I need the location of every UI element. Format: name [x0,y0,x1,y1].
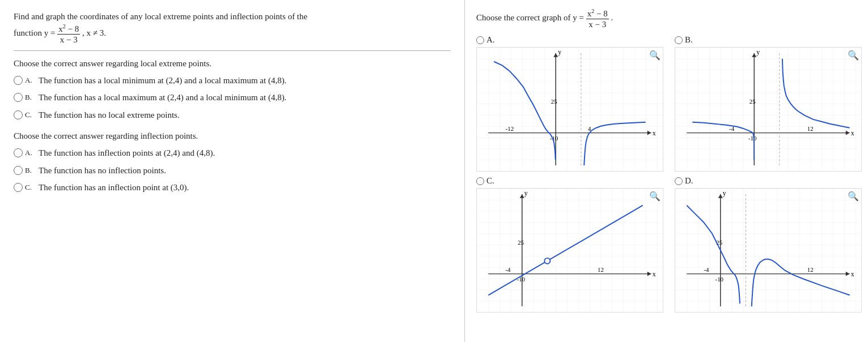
inflection-option-A[interactable]: A. The function has inflection points at… [14,147,451,160]
graph-container-D: x y 12 -4 -10 25 🔍 [675,188,862,313]
y-25-A: 25 [551,98,557,105]
extreme-text-A: The function has a local minimum at (2,4… [39,74,451,87]
problem-statement: Find and graph the coordinates of any lo… [14,10,451,45]
zoom-icon-C[interactable]: 🔍 [649,191,660,202]
inflection-label-B: B. [25,165,35,176]
right-title-prefix: Choose the correct graph of y = [476,13,586,22]
fraction-denominator: x − 3 [59,35,79,45]
zoom-icon-A[interactable]: 🔍 [649,50,660,61]
x-neg4-D: -4 [704,266,709,273]
x-neg4-C: -4 [505,266,511,273]
y-25-C: 25 [518,239,524,246]
x-num-12-B: 12 [807,125,814,132]
hole-C [544,258,550,264]
graph-container-A: x y 4 -12 -10 25 [476,47,663,172]
extreme-option-C[interactable]: C. The function has no local extreme poi… [14,109,451,122]
inflection-label-C: C. [25,182,35,193]
extreme-radio-C[interactable] [14,110,23,119]
inflection-radio-B[interactable] [14,166,23,175]
graph-radio-A[interactable] [476,36,484,44]
extreme-radio-A[interactable] [14,76,23,85]
graph-container-B: x y 12 -4 -10 25 🔍 [675,47,862,172]
graph-option-C: C. x y 12 -4 [476,176,663,313]
function-label: function y = [14,28,55,37]
graph-letter-B: B. [685,35,693,45]
graph-svg-C: x y 12 -4 -10 25 [477,189,663,312]
extreme-option-A[interactable]: A. The function has a local minimum at (… [14,74,451,87]
graph-option-B: B. x y 12 -4 [675,35,862,172]
grid-D [676,189,861,312]
inflection-radio-C[interactable] [14,183,23,192]
zoom-icon-B[interactable]: 🔍 [848,50,859,61]
graph-radio-D[interactable] [675,177,683,185]
y-label-D: y [723,189,726,197]
extreme-section-title: Choose the correct answer regarding loca… [14,59,451,69]
x-label-B: x [851,129,854,137]
right-title-period: . [611,13,613,22]
graph-option-D: D. x y 12 -4 [675,176,862,313]
graph-label-C[interactable]: C. [476,176,663,186]
inflection-option-C[interactable]: C. The function has an inflection point … [14,181,451,194]
extreme-text-C: The function has no local extreme points… [39,109,451,122]
x-label-D: x [851,270,854,278]
inflection-label-A: A. [25,147,35,159]
x-num-12-C: 12 [598,266,604,273]
graph-svg-B: x y 12 -4 -10 25 [675,48,861,171]
graph-letter-D: D. [685,176,693,186]
x-label-C: x [653,270,656,278]
extreme-text-B: The function has a local maximum at (2,4… [39,91,451,104]
extreme-label-C: C. [25,109,35,121]
extreme-option-B[interactable]: B. The function has a local maximum at (… [14,91,451,104]
right-title: Choose the correct graph of y = x2 − 8 x… [476,8,862,29]
graph-svg-A: x y 4 -12 -10 25 [477,48,663,171]
x-label-A: x [653,129,656,137]
zoom-icon-D[interactable]: 🔍 [848,191,859,202]
y-label-A: y [558,48,561,56]
right-fraction-den: x − 3 [587,19,607,29]
inflection-option-B[interactable]: B. The function has no inflection points… [14,164,451,177]
x-num-12-D: 12 [807,266,814,273]
right-fraction-num: x2 − 8 [586,8,609,19]
graph-label-B[interactable]: B. [675,35,862,45]
inflection-text-B: The function has no inflection points. [39,164,451,177]
inflection-text-A: The function has inflection points at (2… [39,147,451,160]
y-neg10-B: -10 [748,135,757,142]
inflection-radio-A[interactable] [14,148,23,157]
grid-A [477,48,663,171]
graph-container-C: x y 12 -4 -10 25 🔍 [476,188,663,313]
extreme-label-A: A. [25,75,35,86]
extreme-radio-B[interactable] [14,93,23,102]
inflection-section-title: Choose the correct answer regarding infl… [14,131,451,141]
grid-C [477,189,663,312]
y-label-C: y [524,189,528,197]
graphs-grid: A. [476,35,862,313]
constraint: , x ≠ 3. [82,28,106,37]
graph-label-D[interactable]: D. [675,176,862,186]
graph-radio-C[interactable] [476,177,484,185]
extreme-label-B: B. [25,92,35,103]
left-panel: Find and graph the coordinates of any lo… [0,0,465,342]
problem-intro: Find and graph the coordinates of any lo… [14,12,307,21]
function-fraction: x2 − 8 x − 3 [57,23,80,45]
graph-radio-B[interactable] [675,36,683,44]
graph-option-A: A. [476,35,663,172]
x-neg12-A: -12 [506,125,514,132]
right-fraction: x2 − 8 x − 3 [586,8,609,29]
right-panel: Choose the correct graph of y = x2 − 8 x… [465,0,868,342]
grid-B [676,48,861,171]
graph-label-A[interactable]: A. [476,35,663,45]
y-25-B: 25 [750,98,756,105]
fraction-numerator: x2 − 8 [57,23,80,35]
divider [14,50,451,51]
graph-letter-C: C. [486,176,494,186]
graph-letter-A: A. [486,35,495,45]
inflection-text-C: The function has an inflection point at … [39,181,451,194]
y-neg10-D: -10 [715,276,724,283]
y-label-B: y [756,48,760,56]
graph-svg-D: x y 12 -4 -10 25 [675,189,861,312]
